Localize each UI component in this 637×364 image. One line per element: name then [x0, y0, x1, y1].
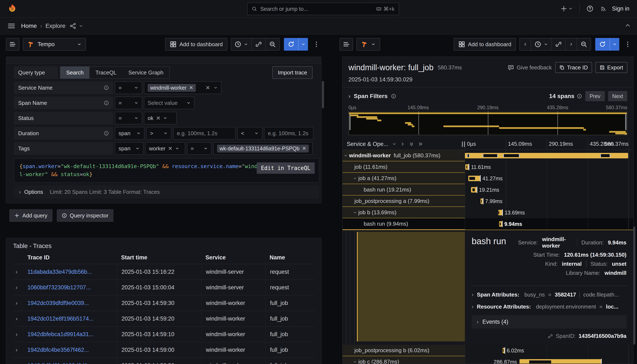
row-expander-icon[interactable]: ›	[13, 311, 28, 326]
grafana-logo-icon[interactable]	[7, 3, 18, 14]
service-name-operator[interactable]: =	[115, 82, 142, 94]
query-mode-traceql[interactable]: TraceQL	[90, 67, 122, 78]
span-name-operator[interactable]: =	[115, 96, 142, 109]
status-value[interactable]: ok ✕	[144, 112, 177, 124]
right-scrollbar-thumb[interactable]	[633, 226, 635, 344]
span-bar[interactable]	[465, 164, 468, 170]
row-expander-icon[interactable]: ›	[13, 296, 28, 311]
breadcrumb-home[interactable]: Home	[21, 22, 37, 29]
span-name-cell[interactable]: job_postprocessing a (7.99ms)	[342, 196, 465, 207]
span-row[interactable]: bash run (19.21ms)19.21ms	[342, 184, 633, 196]
span-name-cell[interactable]: bash run (9.94ms)	[342, 218, 465, 230]
trace-id-link[interactable]: 1942dbfebca1d9914a31...	[28, 331, 94, 338]
tags-value[interactable]: wk-default-133114d6a91e-PSPQb✕	[213, 142, 312, 155]
add-to-dashboard-button[interactable]: Add to dashboard	[454, 38, 516, 50]
timeline-column-header[interactable]: Service & Ope...	[342, 138, 465, 150]
tags-operator[interactable]: =	[187, 142, 212, 155]
span-bar[interactable]	[499, 221, 502, 227]
span-row[interactable]: job_postprocessing b (6.02ms)6.02ms	[342, 345, 633, 356]
trace-id-button[interactable]: Trace ID	[555, 62, 592, 73]
col-trace-id[interactable]: Trace ID	[28, 254, 117, 261]
span-row[interactable]: job_postprocessing a (7.99ms)7.99ms	[342, 196, 633, 207]
service-name-value[interactable]: windmill-worker✕ ✕	[144, 82, 222, 94]
duration-max-input[interactable]	[264, 127, 314, 140]
span-row[interactable]: ›windmill-workerfull_job (580.37ms)	[342, 150, 633, 161]
import-trace-button[interactable]: Import trace	[272, 66, 312, 79]
next-span-button[interactable]: Next	[608, 91, 627, 101]
span-row[interactable]: bash run (9.94ms)9.94ms	[342, 218, 633, 230]
chevron-down-icon[interactable]: ›	[352, 212, 358, 214]
run-query-button[interactable]	[284, 38, 298, 50]
clear-icon[interactable]: ✕	[168, 145, 172, 152]
query-mode-service-graph[interactable]: Service Graph	[122, 67, 169, 78]
span-bar[interactable]	[465, 153, 628, 158]
table-row[interactable]: ›1942dc039dfdf9e0039...2025-01-03 14:59:…	[13, 295, 314, 311]
time-shift-back-button[interactable]	[520, 38, 531, 50]
query-mode-search[interactable]: Search	[60, 67, 90, 78]
give-feedback-button[interactable]: Give feedback	[508, 64, 552, 71]
events-toggle[interactable]: › Events (4)	[472, 315, 626, 328]
options-row[interactable]: › Options Limit: 20 Spans Limit: 3 Table…	[14, 185, 319, 199]
table-row[interactable]: ›1942dbfebca1d9914a31...2025-01-03 14:59…	[13, 326, 314, 342]
time-picker-button[interactable]	[231, 38, 252, 50]
run-query-interval-button[interactable]	[298, 38, 308, 50]
trace-id-link[interactable]: 1060bbf732309b12707...	[28, 284, 91, 291]
span-name-cell[interactable]: ›job b (13.69ms)	[342, 207, 465, 218]
span-filters-toggle[interactable]: › Span Filters	[348, 93, 396, 100]
export-button[interactable]: Export	[596, 62, 627, 73]
table-row[interactable]: ›1942dbf9d9fa6108d0d1...2025-01-03 14:58…	[13, 358, 314, 364]
query-history-button[interactable]	[6, 38, 20, 50]
prev-span-button[interactable]: Prev	[585, 91, 604, 101]
edit-in-traceql-button[interactable]: Edit in TraceQL	[257, 162, 315, 174]
span-bar[interactable]	[468, 176, 480, 181]
help-button[interactable]	[584, 3, 596, 14]
resource-attributes-toggle[interactable]: › Resource Attributes: deployment.enviro…	[472, 304, 626, 310]
remove-chip-icon[interactable]: ✕	[189, 85, 193, 91]
pane-kebab-menu[interactable]	[311, 38, 322, 50]
table-row[interactable]: ›1942dc012e8f196b5174...2025-01-03 14:59…	[13, 311, 314, 326]
clear-icon[interactable]: ✕	[156, 115, 160, 122]
minimap-canvas[interactable]	[348, 111, 627, 135]
table-row[interactable]: ›1060bbf732309b12707...2025-01-03 15:00:…	[13, 280, 314, 295]
link-icon[interactable]	[548, 334, 553, 339]
trace-id-link[interactable]: 1942dbfc4be3567f462...	[28, 347, 89, 353]
search-input[interactable]	[260, 6, 373, 12]
duration-lt-operator[interactable]: <	[237, 127, 262, 140]
copy-link-button[interactable]	[551, 38, 565, 50]
time-shift-forward-button[interactable]	[565, 38, 577, 50]
zoom-out-button[interactable]	[577, 38, 590, 50]
col-name[interactable]: Name	[265, 254, 314, 261]
table-row[interactable]: ›11dabada33e479db56b...2025-01-03 15:16:…	[13, 264, 314, 280]
zoom-out-button[interactable]	[265, 38, 279, 50]
span-bar[interactable]	[498, 210, 502, 215]
span-bar[interactable]	[503, 348, 504, 353]
query-inspector-button[interactable]: Query inspector	[57, 209, 114, 222]
duration-gt-operator[interactable]: >	[146, 127, 171, 140]
share-alt-icon[interactable]	[70, 22, 76, 29]
datasource-picker[interactable]: Tempo	[23, 38, 86, 50]
span-row[interactable]: job (11.61ms)11.61ms	[342, 161, 633, 173]
span-name-cell[interactable]: job (11.61ms)	[342, 161, 465, 173]
trace-id-link[interactable]: 11dabada33e479db56b...	[28, 269, 92, 275]
chevron-down-icon[interactable]: ›	[352, 177, 358, 179]
span-row[interactable]: ›job c (286.87ms)286.87ms	[342, 356, 633, 364]
col-start-time[interactable]: Start time	[117, 254, 201, 261]
chevron-down-icon[interactable]: ›	[352, 361, 358, 363]
row-expander-icon[interactable]: ›	[13, 358, 28, 364]
row-expander-icon[interactable]: ›	[13, 342, 28, 358]
span-name-cell[interactable]: ›job c (286.87ms)	[342, 356, 465, 364]
trace-id-link[interactable]: 1942dbf9d9fa6108d0d1...	[28, 362, 92, 364]
col-service[interactable]: Service	[201, 254, 265, 261]
span-row[interactable]: ›job b (13.69ms)13.69ms	[342, 207, 633, 218]
table-row[interactable]: ›1942dbfc4be3567f462...2025-01-03 14:59:…	[13, 342, 314, 358]
global-search[interactable]: ⌘+k	[247, 2, 399, 15]
span-name-cell[interactable]: bash run (19.21ms)	[342, 184, 465, 196]
row-expander-icon[interactable]: ›	[13, 280, 28, 295]
span-name-cell[interactable]: job_postprocessing b (6.02ms)	[342, 345, 465, 356]
duration-scope[interactable]: span	[115, 127, 144, 140]
pane-kebab-menu[interactable]	[623, 38, 633, 50]
span-bar[interactable]	[520, 359, 601, 364]
trace-id-link[interactable]: 1942dc039dfdf9e0039...	[28, 300, 89, 306]
collapse-panel-button[interactable]	[624, 22, 631, 30]
span-name-cell[interactable]: ›windmill-workerfull_job (580.37ms)	[342, 150, 465, 161]
